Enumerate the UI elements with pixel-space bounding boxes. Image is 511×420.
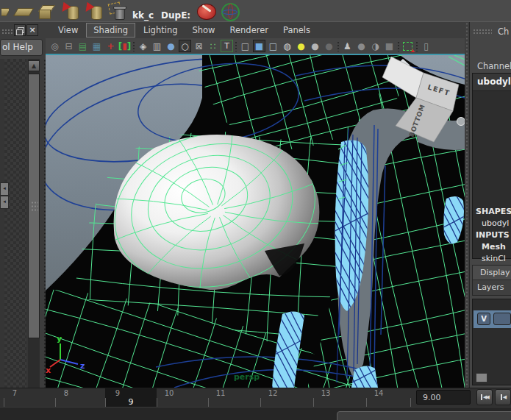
object-name[interactable]: ubodyl <box>473 74 511 91</box>
tab-display[interactable]: Display <box>473 266 511 280</box>
frame-label: 7 <box>4 389 26 397</box>
menu-panels[interactable]: Panels <box>276 24 317 37</box>
mel-script-button-2[interactable]: DupE: <box>160 1 192 21</box>
range-slider-bar[interactable] <box>337 411 511 420</box>
film-gate-icon[interactable]: ▥ <box>151 40 163 52</box>
axis-y-label: y <box>57 334 62 344</box>
channels-menu[interactable]: Channels <box>477 61 511 71</box>
layer-visibility-toggle[interactable]: V <box>477 313 490 325</box>
mel-script-label-1: kk_c <box>132 10 154 21</box>
poly-cube-icon[interactable] <box>37 1 56 21</box>
text-icon[interactable]: T <box>221 40 233 52</box>
scrollbar-thumb[interactable] <box>28 74 40 338</box>
step-back-button[interactable]: ◀ <box>495 389 511 405</box>
viewport-menubar: View Shading Lighting Show Renderer Pane… <box>46 22 469 38</box>
image-plane-icon[interactable]: ▦ <box>90 40 103 52</box>
go-to-start-button[interactable]: ◀◀ <box>476 389 493 405</box>
current-time-field[interactable]: 9.00 <box>416 390 471 405</box>
toolbar-separator <box>397 41 400 51</box>
axis-x-label: x <box>46 366 51 375</box>
wire-sphere-icon[interactable] <box>220 1 239 21</box>
menu-view[interactable]: View <box>51 24 85 37</box>
timeline-tick <box>157 398 157 407</box>
maya-window: kk_c DupE: × ol Help ▲ ◂ ◂ View Shading … <box>0 0 511 420</box>
mini-arrow-button-2[interactable]: ◂ <box>0 196 9 209</box>
bust-icon[interactable]: ♟ <box>341 40 354 52</box>
shelf-bar: kk_c DupE: <box>0 0 511 22</box>
extrude-cylinder-icon-2[interactable] <box>84 1 103 21</box>
cube-glass-icon[interactable]: □ <box>267 40 279 52</box>
layer-row-selected[interactable]: V <box>474 310 511 328</box>
menu-show[interactable]: Show <box>186 24 222 37</box>
drag-grip-icon[interactable] <box>473 29 492 34</box>
frame-label: 14 <box>368 389 390 397</box>
frame-label: 8 <box>55 389 77 397</box>
book-icon[interactable]: ▤ <box>76 40 89 52</box>
camera-settings-icon[interactable]: ⊟ <box>62 40 75 52</box>
panel-edge-icon[interactable]: ▯ <box>420 40 432 52</box>
tool-help-tab[interactable]: ol Help <box>0 39 43 56</box>
close-button[interactable]: × <box>26 24 38 36</box>
layer-type-toggle[interactable] <box>493 313 511 325</box>
grid-icon[interactable]: ◈ <box>137 40 149 52</box>
transparency-checker <box>4 59 26 388</box>
layer-scroll-button[interactable] <box>476 373 487 382</box>
frame-label: 13 <box>315 389 337 397</box>
scroll-up-icon[interactable]: ▲ <box>28 60 40 71</box>
camera-label: persp <box>234 372 260 382</box>
input-node-mesh[interactable]: Mesh <box>473 241 511 252</box>
left-scrollbar[interactable]: ▲ <box>28 59 40 388</box>
current-frame-label: 9 <box>105 397 157 407</box>
mini-arrow-button-1[interactable]: ◂ <box>0 182 9 196</box>
timeline-tick <box>208 398 209 407</box>
left-panel: × ol Help ▲ ◂ ◂ <box>0 22 46 388</box>
panel-separator[interactable] <box>40 59 46 388</box>
toolbar-separator <box>235 41 237 51</box>
viewport-3d[interactable]: LEFT BOTTOM y z x persp <box>46 55 465 388</box>
inputs-section-label: INPUTS <box>473 229 511 241</box>
pan-zoom-icon[interactable]: + <box>104 40 117 52</box>
menu-lighting[interactable]: Lighting <box>137 24 184 37</box>
paint-brush-icon[interactable] <box>196 1 215 21</box>
sphere-faded-icon[interactable]: ● <box>355 40 368 52</box>
bracket-icon[interactable]: [▮] <box>118 40 131 52</box>
toolbar-separator <box>132 41 135 51</box>
xray-icon[interactable]: ⊠ <box>193 40 205 52</box>
drag-grip-icon[interactable] <box>1 29 12 35</box>
time-slider-row: 9 7 8 9 10 11 12 13 14 9.00 ◀◀ ◀ <box>0 388 511 407</box>
extrude-cylinder-icon[interactable] <box>60 1 79 21</box>
view-cube-menu-button[interactable] <box>457 118 465 126</box>
tool-help-label: ol Help <box>2 42 33 52</box>
time-slider[interactable]: 9 7 8 9 10 11 12 13 14 <box>0 388 412 407</box>
poly-partial-icon[interactable] <box>1 1 9 21</box>
channel-box-panel: Ch Channels ubodyl SHAPES ubodyl INPUTS … <box>469 22 511 388</box>
menu-shading[interactable]: Shading <box>86 23 135 38</box>
lasso-trash-icon[interactable] <box>107 1 126 21</box>
shape-node-item[interactable]: ubodyl <box>473 218 511 229</box>
timeline-tick <box>4 398 4 407</box>
menu-layers[interactable]: Layers <box>473 281 511 295</box>
input-node-skincluster[interactable]: skinCl <box>473 253 511 264</box>
mel-script-button-1[interactable]: kk_c <box>131 1 155 21</box>
timeline-tick <box>366 398 367 407</box>
cube-outline-icon[interactable]: □ <box>239 40 251 52</box>
cube-blue-icon[interactable]: ■ <box>253 40 265 52</box>
range-slider-row <box>0 407 511 420</box>
timeline-tick <box>313 398 314 407</box>
menu-renderer[interactable]: Renderer <box>224 24 276 37</box>
poly-plane-icon[interactable] <box>13 1 32 21</box>
cube-faded-icon[interactable]: ■ <box>383 40 396 52</box>
timeline-tick <box>105 398 106 407</box>
camera-icon[interactable]: ◎ <box>49 40 61 52</box>
vertices-icon[interactable]: ∷ <box>207 40 219 52</box>
sphere-dark-icon[interactable]: ● <box>323 40 335 52</box>
checker-ball-icon[interactable]: ◍ <box>281 40 293 52</box>
timeline-tick <box>55 398 56 407</box>
light-bulb-icon[interactable]: ● <box>295 40 307 52</box>
sphere-pie-icon[interactable]: ◑ <box>369 40 382 52</box>
sphere-blue-icon[interactable]: ● <box>165 40 177 52</box>
circle-outline-icon[interactable]: ○ <box>179 40 191 52</box>
restore-button[interactable] <box>14 24 26 36</box>
sphere-gray-icon[interactable]: ● <box>309 40 321 52</box>
selection-box-icon[interactable] <box>401 40 414 52</box>
